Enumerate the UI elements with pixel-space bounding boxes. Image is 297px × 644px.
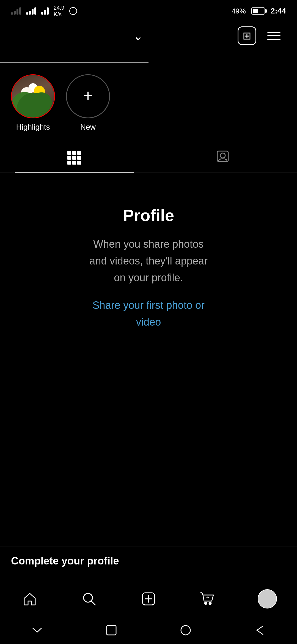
new-highlight-item[interactable]: + New bbox=[66, 74, 110, 132]
highlight-thumbnail bbox=[11, 74, 55, 118]
search-icon bbox=[81, 591, 97, 607]
nav-add-button[interactable] bbox=[135, 588, 162, 610]
profile-tab-strip bbox=[0, 50, 297, 63]
nav-right: ⊞ bbox=[238, 26, 280, 45]
svg-point-8 bbox=[209, 602, 211, 604]
nav-home-button[interactable] bbox=[16, 588, 43, 610]
profile-heading: Profile bbox=[123, 206, 174, 225]
circle-icon bbox=[179, 623, 193, 637]
complete-profile-section: Complete your profile bbox=[0, 547, 297, 575]
main-content: Profile When you share photos and videos… bbox=[0, 173, 297, 347]
grid-cell bbox=[67, 156, 71, 160]
sys-back-triangle-button[interactable] bbox=[253, 623, 267, 637]
highlight-image bbox=[12, 75, 54, 118]
battery-fill bbox=[253, 9, 258, 13]
tab-tagged[interactable] bbox=[148, 143, 297, 173]
top-nav: ⌄ ⊞ bbox=[0, 22, 297, 50]
grid-cell bbox=[67, 161, 71, 165]
status-bar: 24.9 K/s 49% 2:44 bbox=[0, 0, 297, 22]
sys-recents-button[interactable] bbox=[105, 623, 118, 637]
network-speed: 24.9 K/s bbox=[54, 4, 64, 18]
triangle-icon bbox=[253, 623, 267, 637]
svg-point-10 bbox=[181, 626, 190, 635]
grid-cell bbox=[77, 156, 81, 160]
add-square-icon: ⊞ bbox=[243, 31, 251, 41]
network-circle-icon bbox=[69, 7, 77, 15]
svg-point-7 bbox=[205, 602, 207, 604]
new-highlight-label: New bbox=[80, 123, 96, 132]
bottom-nav bbox=[0, 581, 297, 616]
grid-cell bbox=[77, 151, 81, 155]
grid-cell bbox=[72, 161, 76, 165]
shop-icon bbox=[200, 591, 216, 607]
sys-back-button[interactable] bbox=[30, 623, 44, 637]
nav-shop-button[interactable] bbox=[194, 588, 222, 610]
share-first-photo-link[interactable]: Share your first photo or video bbox=[92, 297, 205, 331]
tab-grid[interactable] bbox=[0, 143, 148, 173]
nav-center: ⌄ bbox=[133, 29, 143, 43]
dropdown-chevron-icon[interactable]: ⌄ bbox=[133, 29, 143, 43]
menu-button[interactable] bbox=[267, 32, 280, 40]
complete-profile-label: Complete your profile bbox=[11, 555, 119, 567]
square-icon bbox=[105, 623, 118, 637]
status-left: 24.9 K/s bbox=[11, 4, 77, 18]
chevron-down-icon bbox=[30, 623, 44, 637]
nav-profile-button[interactable] bbox=[254, 588, 281, 610]
status-right: 49% 2:44 bbox=[232, 7, 286, 15]
svg-point-1 bbox=[220, 153, 225, 158]
create-post-button[interactable]: ⊞ bbox=[238, 26, 256, 45]
plus-icon: + bbox=[83, 87, 93, 104]
clock: 2:44 bbox=[271, 7, 286, 15]
grid-cell bbox=[72, 151, 76, 155]
tab-reels[interactable] bbox=[148, 50, 297, 63]
highlight-item[interactable]: Highlights bbox=[11, 74, 55, 132]
posts-tabs bbox=[0, 143, 297, 173]
new-highlight-circle: + bbox=[66, 74, 110, 118]
grid-cell bbox=[67, 151, 71, 155]
svg-line-3 bbox=[91, 601, 95, 605]
system-nav-bar bbox=[0, 616, 297, 644]
grid-cell bbox=[77, 161, 81, 165]
signal-icon-2 bbox=[26, 7, 36, 15]
svg-rect-9 bbox=[107, 626, 116, 635]
grid-cell bbox=[72, 156, 76, 160]
sys-home-button[interactable] bbox=[179, 623, 193, 637]
tab-posts[interactable] bbox=[0, 50, 148, 63]
nav-avatar bbox=[258, 589, 277, 608]
highlights-section: Highlights + New bbox=[0, 63, 297, 137]
battery-icon bbox=[251, 7, 265, 15]
nav-search-button[interactable] bbox=[75, 588, 103, 610]
profile-description: When you share photos and videos, they'l… bbox=[89, 236, 208, 286]
grid-icon bbox=[67, 151, 81, 165]
signal-icon bbox=[11, 7, 21, 15]
wifi-icon bbox=[41, 7, 49, 15]
home-icon bbox=[21, 591, 38, 607]
battery-percentage: 49% bbox=[232, 7, 246, 15]
person-tag-icon bbox=[215, 149, 231, 167]
highlight-label: Highlights bbox=[16, 123, 50, 132]
add-icon bbox=[140, 591, 157, 607]
